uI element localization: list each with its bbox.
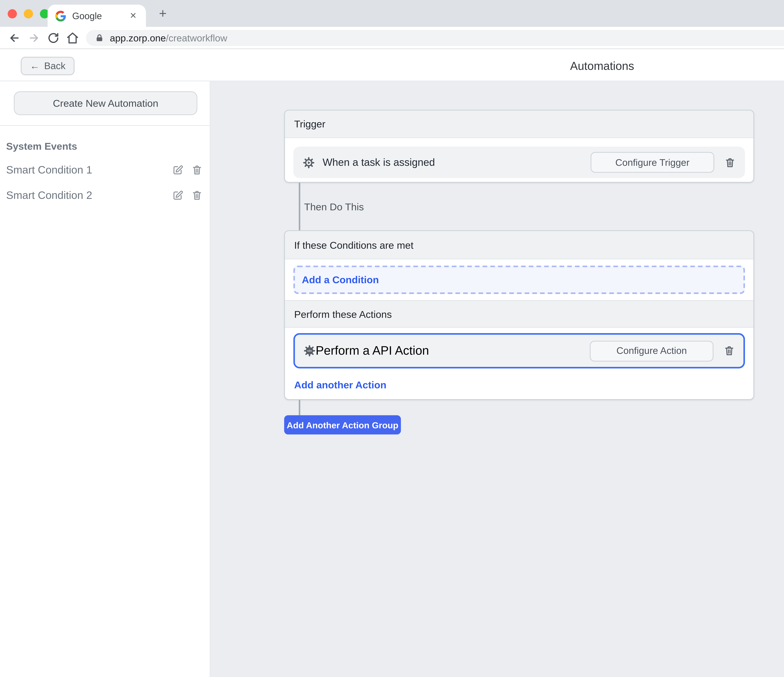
lock-icon: [95, 33, 104, 43]
back-button[interactable]: ← Back: [21, 57, 75, 75]
new-tab-button[interactable]: +: [155, 6, 170, 22]
trigger-label: When a task is assigned: [322, 157, 435, 168]
google-favicon-icon: [55, 10, 66, 21]
app-header: Automations ← Back Save Automation: [0, 49, 784, 81]
tab-title: Google: [72, 10, 128, 21]
delete-icon[interactable]: [191, 189, 203, 200]
api-action-label: Perform a API Action: [316, 344, 429, 358]
connector-line: [299, 400, 300, 415]
address-bar[interactable]: app.zorp.one/creatworkflow: [86, 30, 784, 46]
then-do-this-label: Then Do This: [304, 201, 364, 213]
list-item-label: Smart Condition 1: [6, 163, 164, 175]
actions-header: Perform these Actions: [285, 300, 753, 328]
configure-action-button[interactable]: Configure Action: [590, 340, 714, 361]
svg-text:</>: </>: [307, 349, 312, 352]
url-text: app.zorp.one/creatworkflow: [110, 33, 227, 43]
home-icon[interactable]: [66, 31, 79, 45]
browser-toolbar: app.zorp.one/creatworkflow ⋮: [0, 27, 784, 49]
workflow-canvas: Trigger: [210, 81, 784, 677]
api-gear-icon: </>: [303, 345, 316, 357]
delete-action-icon[interactable]: [723, 345, 735, 357]
browser-tab[interactable]: Google ✕: [48, 5, 146, 27]
trigger-card-header: Trigger: [285, 110, 753, 138]
close-window-button[interactable]: [8, 9, 17, 19]
minimize-window-button[interactable]: [24, 9, 33, 19]
edit-icon[interactable]: [172, 164, 184, 175]
browser-tab-strip: Google ✕ +: [0, 0, 784, 27]
add-another-action-group-button[interactable]: Add Another Action Group: [284, 415, 401, 435]
forward-icon[interactable]: [28, 31, 40, 45]
add-condition-link[interactable]: Add a Condition: [302, 274, 379, 286]
back-arrow-icon: ←: [30, 61, 39, 71]
reload-icon[interactable]: [47, 31, 60, 45]
list-item-label: Smart Condition 2: [6, 189, 164, 201]
window-controls: [8, 9, 49, 19]
configure-trigger-button[interactable]: Configure Trigger: [591, 152, 714, 173]
trigger-gear-icon: [303, 156, 315, 168]
connector-line: [299, 183, 300, 230]
system-events-heading: System Events: [6, 140, 77, 152]
add-condition-dropzone[interactable]: Add a Condition: [293, 266, 745, 294]
url-host: app.zorp.one: [110, 33, 166, 43]
sidebar-item-smart-condition-2[interactable]: Smart Condition 2: [6, 187, 203, 203]
action-group-card: If these Conditions are met Add a Condit…: [284, 230, 754, 400]
url-path: /creatworkflow: [166, 33, 227, 43]
delete-trigger-icon[interactable]: [724, 156, 736, 168]
trigger-row[interactable]: When a task is assigned Configure Trigge…: [293, 147, 745, 178]
back-button-label: Back: [44, 61, 65, 71]
create-button-label: Create New Automation: [53, 98, 158, 109]
sidebar-item-smart-condition-1[interactable]: Smart Condition 1: [6, 162, 203, 177]
delete-icon[interactable]: [191, 164, 203, 175]
create-new-automation-button[interactable]: Create New Automation: [14, 92, 198, 115]
conditions-header: If these Conditions are met: [285, 231, 753, 259]
api-action-row-selected[interactable]: </> Perform a API Action Configure Actio…: [293, 333, 745, 368]
add-another-action-link[interactable]: Add another Action: [294, 379, 386, 391]
edit-icon[interactable]: [172, 189, 184, 200]
tab-close-icon[interactable]: ✕: [128, 11, 138, 21]
browser-window: Google ✕ + app.zorp.one/creatworkflow ⋮ …: [0, 0, 784, 677]
back-icon[interactable]: [8, 31, 21, 45]
sidebar: Create New Automation System Events Smar…: [0, 81, 210, 677]
page-title: Automations: [0, 49, 784, 81]
sidebar-divider: [0, 125, 210, 126]
trigger-card: Trigger: [284, 110, 754, 183]
